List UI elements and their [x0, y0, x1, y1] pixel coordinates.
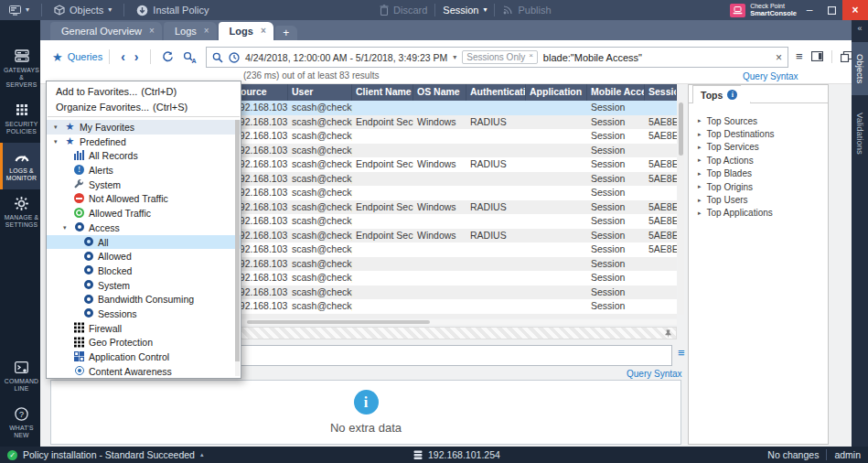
- pin-icon[interactable]: [664, 329, 672, 339]
- tops-item-top-blades[interactable]: ▸Top Blades: [689, 167, 828, 180]
- query-tree-item-blocked[interactable]: Blocked: [47, 264, 241, 278]
- detail-options-menu-icon[interactable]: ≡: [678, 349, 685, 358]
- scrollbar-thumb[interactable]: [679, 102, 683, 156]
- query-tree-item-allowed[interactable]: Allowed: [47, 249, 241, 264]
- query-tree-item-geo-protection[interactable]: Geo Protection: [47, 335, 241, 350]
- chevron-down-icon[interactable]: ▾: [63, 224, 67, 232]
- query-tree-item-predefined[interactable]: ▾★Predefined: [47, 135, 241, 149]
- favorite-star-icon[interactable]: ★: [52, 50, 63, 64]
- cell-auth: RADIUS: [466, 157, 526, 172]
- validations-panel-tab[interactable]: Validations: [852, 101, 868, 167]
- chevron-down-icon[interactable]: ▾: [54, 138, 58, 145]
- tops-item-label: Top Origins: [707, 182, 754, 192]
- query-tree-item-firewall[interactable]: Firewall: [47, 321, 241, 336]
- query-tree-item-system[interactable]: System: [47, 178, 241, 192]
- menu-scrollbar[interactable]: [235, 120, 240, 376]
- query-search-field[interactable]: 4/24/2018, 12:00:00 AM - 5/1/2018, 3:49:…: [206, 47, 788, 68]
- tops-item-top-users[interactable]: ▸Top Users: [689, 193, 828, 206]
- tab-general-overview[interactable]: General Overview×: [50, 22, 162, 40]
- query-tree-item-my-favorites[interactable]: ▾★My Favorites: [47, 120, 241, 135]
- vertical-scrollbar[interactable]: [678, 101, 684, 315]
- tops-item-top-actions[interactable]: ▸Top Actions: [689, 154, 828, 167]
- query-tree-item-application-control[interactable]: Application Control: [47, 350, 241, 364]
- column-header-clientname[interactable]: Client Name: [352, 84, 413, 101]
- query-tree-item-bandwidth-consuming[interactable]: Bandwidth Consuming: [47, 292, 241, 307]
- column-header-session[interactable]: Session: [645, 84, 677, 101]
- install-policy-button[interactable]: Install Policy: [136, 5, 209, 16]
- query-tree-item-alerts[interactable]: !Alerts: [47, 163, 241, 178]
- changes-indicator[interactable]: No changes: [767, 449, 819, 460]
- sidebar-item-logs-monitor[interactable]: LOGS & MONITOR: [0, 143, 40, 189]
- query-tree-item-url-filtering[interactable]: URL Filtering: [47, 378, 241, 379]
- discard-button[interactable]: Discard: [380, 5, 427, 16]
- chevron-up-icon[interactable]: ▴: [200, 451, 204, 458]
- menu-item-organize-favorites-[interactable]: Organize Favorites...(Ctrl+S): [47, 99, 241, 114]
- publish-button[interactable]: Publish: [502, 5, 551, 16]
- queries-menu-button[interactable]: Queries: [68, 51, 103, 62]
- query-tree-item-not-allowed-traffic[interactable]: Not Allowed Traffic: [47, 191, 241, 206]
- close-button[interactable]: ×: [842, 0, 868, 20]
- tops-item-top-sources[interactable]: ▸Top Sources: [689, 114, 828, 127]
- tops-item-top-applications[interactable]: ▸Top Applications: [689, 207, 828, 220]
- query-tree-item-sessions[interactable]: Sessions: [47, 307, 241, 321]
- options-menu-icon[interactable]: ≡: [796, 49, 803, 63]
- query-text[interactable]: blade:"Mobile Access": [543, 52, 770, 63]
- sidebar-item-gateways-servers[interactable]: GATEWAYS & SERVERS: [0, 42, 40, 96]
- sidebar-item-security-policies[interactable]: SECURITY POLICIES: [0, 96, 40, 143]
- sessions-only-filter-tag[interactable]: Sessions Only ×: [462, 50, 538, 64]
- column-header-authenticatio[interactable]: Authenticatio...: [466, 84, 526, 101]
- tops-item-top-services[interactable]: ▸Top Services: [689, 141, 828, 154]
- refresh-icon[interactable]: [157, 51, 178, 63]
- clear-query-icon[interactable]: ×: [776, 51, 782, 64]
- close-tab-icon[interactable]: ×: [261, 27, 266, 36]
- chevron-down-icon[interactable]: ▾: [453, 53, 456, 61]
- chevron-down-icon[interactable]: ▾: [54, 124, 58, 131]
- info-icon[interactable]: i: [727, 90, 737, 100]
- date-range-value[interactable]: 4/24/2018, 12:00:00 AM - 5/1/2018, 3:49:…: [245, 52, 447, 63]
- divider: [123, 4, 124, 16]
- maximize-button[interactable]: [820, 0, 842, 20]
- objects-panel-tab[interactable]: Objects: [852, 42, 868, 95]
- tops-item-top-destinations[interactable]: ▸Top Destinations: [689, 127, 828, 140]
- close-tab-icon[interactable]: ×: [149, 27, 155, 36]
- column-header-osname[interactable]: OS Name: [413, 84, 466, 101]
- objects-menu-button[interactable]: Objects ▾: [54, 5, 112, 16]
- query-tree-item-all[interactable]: All: [47, 235, 241, 250]
- sidebar-item-manage-settings[interactable]: MANAGE & SETTINGS: [0, 189, 40, 236]
- query-tree-item-access[interactable]: ▾Access: [47, 221, 241, 235]
- scrollbar-thumb[interactable]: [247, 320, 430, 324]
- query-tree-item-label: All Records: [89, 150, 138, 161]
- close-tab-icon[interactable]: ×: [204, 27, 209, 36]
- tab-logs[interactable]: Logs×: [219, 22, 273, 40]
- server-address: 192.168.101.254: [413, 449, 500, 460]
- scrollbar-thumb[interactable]: [235, 120, 240, 361]
- objects-label: Objects: [70, 5, 103, 16]
- forward-button[interactable]: ›: [130, 50, 144, 63]
- query-syntax-link-bottom[interactable]: Query Syntax: [627, 369, 682, 379]
- policy-status[interactable]: ✓ Policy installation - Standard Succeed…: [7, 449, 203, 460]
- remove-filter-icon[interactable]: ×: [529, 51, 533, 59]
- minimize-button[interactable]: –: [798, 0, 820, 20]
- open-new-window-icon[interactable]: [841, 51, 852, 62]
- new-tab-button[interactable]: +: [275, 26, 297, 40]
- query-tree-item-system[interactable]: System: [47, 278, 241, 293]
- collapse-panel-button[interactable]: «: [852, 24, 868, 33]
- panel-layout-icon[interactable]: [811, 51, 823, 61]
- app-menu-button[interactable]: ▾: [9, 5, 29, 16]
- back-button[interactable]: ‹: [116, 50, 130, 63]
- column-header-user[interactable]: User: [288, 84, 352, 101]
- menu-item-add-to-favorites-[interactable]: Add to Favorites...(Ctrl+D): [47, 83, 241, 99]
- logged-in-user[interactable]: admin: [834, 449, 861, 460]
- query-syntax-link[interactable]: Query Syntax: [743, 71, 798, 81]
- query-tree-item-content-awareness[interactable]: Content Awareness: [47, 364, 241, 379]
- column-header-application[interactable]: Application: [526, 84, 587, 101]
- session-menu-button[interactable]: Session ▾: [443, 5, 487, 16]
- auto-refresh-query-icon[interactable]: A: [178, 51, 201, 63]
- tops-item-top-origins[interactable]: ▸Top Origins: [689, 180, 828, 193]
- column-header-mobileaccess[interactable]: Mobile Access...: [587, 84, 645, 101]
- tab-logs[interactable]: Logs×: [164, 22, 217, 40]
- query-tree-item-all-records[interactable]: All Records: [47, 148, 241, 163]
- query-tree-item-allowed-traffic[interactable]: Allowed Traffic: [47, 206, 241, 221]
- sidebar-item-what-s-new[interactable]: ?WHAT'S NEW: [0, 400, 40, 447]
- sidebar-item-command-line[interactable]: COMMAND LINE: [0, 353, 40, 400]
